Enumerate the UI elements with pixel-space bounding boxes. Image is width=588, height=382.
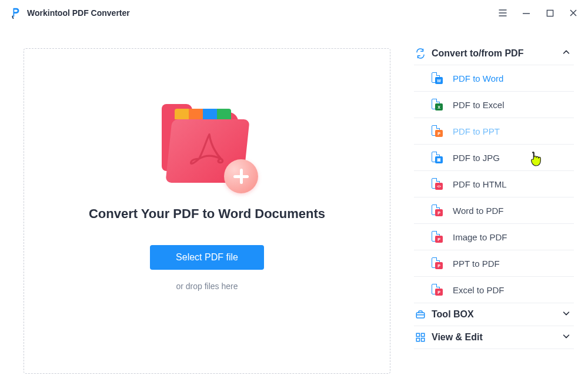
sidebar-item-label: PDF to Excel bbox=[453, 100, 505, 110]
svg-rect-2 bbox=[416, 333, 419, 336]
svg-rect-4 bbox=[416, 339, 419, 341]
acrobat-icon bbox=[185, 130, 230, 172]
svg-rect-5 bbox=[422, 339, 425, 341]
pdf-file-icon: P bbox=[430, 284, 442, 296]
convert-icon bbox=[415, 48, 426, 59]
sidebar-group-toolbox[interactable]: Tool BOX bbox=[414, 303, 574, 326]
sidebar-item-label: Excel to PDF bbox=[453, 285, 505, 295]
sidebar-item-ppt-to-pdf[interactable]: P PPT to PDF bbox=[414, 250, 574, 277]
window-controls bbox=[497, 8, 579, 18]
drop-hint: or drop files here bbox=[176, 282, 238, 291]
close-icon[interactable] bbox=[568, 8, 579, 18]
sidebar-item-pdf-to-word[interactable]: W PDF to Word bbox=[414, 65, 574, 92]
dropzone[interactable]: Convert Your PDF to Word Documents Selec… bbox=[24, 48, 390, 374]
sidebar-group-convert[interactable]: Convert to/from PDF bbox=[414, 42, 574, 65]
sidebar-item-label: PDF to JPG bbox=[453, 153, 500, 163]
sidebar-group-title: View & Edit bbox=[432, 332, 556, 343]
app-title: Workintool PDF Converter bbox=[27, 8, 130, 18]
main-panel: Convert Your PDF to Word Documents Selec… bbox=[0, 26, 414, 382]
app-logo-icon bbox=[9, 6, 22, 19]
pdf-file-icon: P bbox=[430, 205, 442, 216]
select-file-button[interactable]: Select PDF file bbox=[150, 245, 264, 270]
jpg-file-icon: ▣ bbox=[430, 152, 442, 163]
sidebar-group-view-edit[interactable]: View & Edit bbox=[414, 326, 574, 349]
sidebar-group-title: Tool BOX bbox=[432, 309, 556, 320]
add-icon bbox=[224, 159, 258, 193]
grid-icon bbox=[415, 332, 426, 343]
sidebar-item-pdf-to-excel[interactable]: X PDF to Excel bbox=[414, 92, 574, 118]
svg-rect-3 bbox=[422, 333, 425, 336]
html-file-icon: </> bbox=[430, 178, 442, 190]
sidebar-item-label: PDF to Word bbox=[453, 73, 503, 83]
content: Convert Your PDF to Word Documents Selec… bbox=[0, 26, 588, 382]
minimize-icon[interactable] bbox=[521, 8, 532, 18]
sidebar-item-pdf-to-html[interactable]: </> PDF to HTML bbox=[414, 171, 574, 197]
sidebar-item-label: Image to PDF bbox=[453, 232, 507, 242]
sidebar-item-image-to-pdf[interactable]: P Image to PDF bbox=[414, 224, 574, 250]
ppt-file-icon: P bbox=[430, 125, 442, 137]
sidebar-item-word-to-pdf[interactable]: P Word to PDF bbox=[414, 197, 574, 224]
pdf-file-icon: P bbox=[430, 257, 442, 269]
titlebar: Workintool PDF Converter bbox=[0, 0, 588, 26]
dropzone-heading: Convert Your PDF to Word Documents bbox=[89, 206, 325, 222]
sidebar-item-label: Word to PDF bbox=[453, 206, 503, 216]
folder-illustration bbox=[157, 108, 257, 190]
maximize-icon[interactable] bbox=[544, 8, 555, 18]
sidebar-item-excel-to-pdf[interactable]: P Excel to PDF bbox=[414, 277, 574, 303]
sidebar-item-label: PPT to PDF bbox=[453, 259, 500, 269]
chevron-up-icon bbox=[562, 48, 570, 59]
chevron-down-icon bbox=[562, 332, 570, 343]
sidebar: Convert to/from PDF W PDF to Word X PDF … bbox=[414, 26, 588, 382]
menu-icon[interactable] bbox=[497, 8, 508, 18]
svg-rect-0 bbox=[547, 10, 553, 16]
sidebar-group-convert-items: W PDF to Word X PDF to Excel P PDF to PP… bbox=[414, 65, 574, 303]
toolbox-icon bbox=[415, 309, 426, 320]
pdf-file-icon: P bbox=[430, 231, 442, 243]
sidebar-group-title: Convert to/from PDF bbox=[432, 48, 556, 59]
sidebar-item-pdf-to-jpg[interactable]: ▣ PDF to JPG bbox=[414, 145, 574, 171]
sidebar-item-pdf-to-ppt[interactable]: P PDF to PPT bbox=[414, 118, 574, 145]
chevron-down-icon bbox=[562, 309, 570, 320]
word-file-icon: W bbox=[430, 72, 442, 84]
excel-file-icon: X bbox=[430, 99, 442, 110]
app-brand: Workintool PDF Converter bbox=[9, 6, 130, 19]
sidebar-item-label: PDF to HTML bbox=[453, 179, 507, 189]
sidebar-item-label: PDF to PPT bbox=[453, 126, 500, 136]
